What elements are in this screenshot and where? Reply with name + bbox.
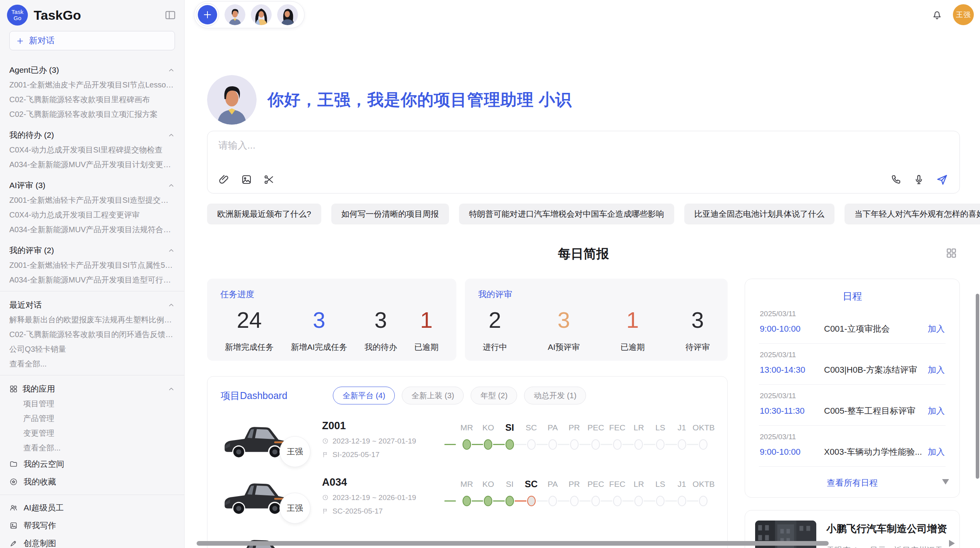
sidebar-nav-我的云空间[interactable]: 我的云空间 xyxy=(9,455,175,473)
star-icon xyxy=(9,478,18,486)
sidebar-item[interactable]: 变更管理 xyxy=(9,426,175,440)
paperclip-icon[interactable] xyxy=(218,174,230,185)
nav-label: 创意制图 xyxy=(24,538,56,548)
chat-input[interactable] xyxy=(218,139,949,161)
owner-badge: 王强 xyxy=(279,436,310,467)
vertical-scrollbar[interactable] xyxy=(976,294,979,479)
dashboard-header: 项目Dashboard 全新平台 (4)全新上装 (3)年型 (2)动总开发 (… xyxy=(221,387,714,404)
sidebar-collapse-button[interactable] xyxy=(164,9,176,21)
chevron-up-icon[interactable] xyxy=(168,132,175,139)
milestone-label: J1 xyxy=(671,421,693,434)
milestone-label: LR xyxy=(628,478,650,490)
sidebar-item[interactable]: C02-飞腾新能源轻客改款项目立项汇报方案 xyxy=(9,107,175,122)
sidebar-section-header[interactable]: 我的评审 (2) xyxy=(9,245,175,256)
sidebar-nav-创意制图[interactable]: 创意制图 xyxy=(9,534,175,548)
dashboard-tab[interactable]: 全新平台 (4) xyxy=(333,387,395,404)
avatar[interactable] xyxy=(277,4,298,25)
sidebar-item[interactable]: 产品管理 xyxy=(9,411,175,426)
scroll-right-arrow-icon[interactable] xyxy=(949,540,955,547)
scissors-icon[interactable] xyxy=(263,174,275,185)
add-conversation-button[interactable] xyxy=(196,3,219,26)
avatar[interactable] xyxy=(251,4,272,25)
sidebar-section-header[interactable]: 最近对话 xyxy=(9,299,175,311)
sidebar-item[interactable]: Z001-全新燃油轻卡产品开发项目SI节点属性5D文件评审 xyxy=(9,258,175,272)
chevron-up-icon[interactable] xyxy=(168,385,175,393)
milestone: SI xyxy=(499,478,521,514)
sidebar-item[interactable]: A034-全新新能源MUV产品开发项目造型可行性评审 xyxy=(9,272,175,287)
sidebar-item[interactable]: 查看全部... xyxy=(9,440,175,455)
milestone: KO xyxy=(478,421,499,457)
sidebar-section-header[interactable]: Agent已办 (3) xyxy=(9,64,175,76)
sidebar-item[interactable]: A034-全新新能源MUV产品开发项目法规符合性评审 xyxy=(9,222,175,237)
sidebar-item[interactable]: C02-飞腾新能源轻客改款项目的闭环通告反馈情况 xyxy=(9,327,175,342)
sidebar-item[interactable]: 项目管理 xyxy=(9,396,175,411)
sidebar-nav-我的收藏[interactable]: 我的收藏 xyxy=(9,473,175,491)
scroll-down-arrow-icon[interactable] xyxy=(942,479,949,485)
sidebar-section-header[interactable]: 我的应用 xyxy=(9,383,175,395)
image-icon[interactable] xyxy=(241,174,252,185)
send-icon[interactable] xyxy=(935,173,949,186)
sidebar-section-header[interactable]: AI评审 (3) xyxy=(9,180,175,191)
chevron-up-icon[interactable] xyxy=(168,67,175,74)
mic-icon[interactable] xyxy=(913,174,925,185)
sidebar-nav-帮我写作[interactable]: 帮我写作 xyxy=(9,517,175,534)
metric-label: 新增AI完成任务 xyxy=(291,342,347,353)
metric-value: 3 xyxy=(557,307,570,333)
project-row[interactable]: 王强 A034 2023-12-19 ~ 2026-01-19 SC-2025-… xyxy=(221,474,714,517)
join-link[interactable]: 加入 xyxy=(928,446,945,458)
nav-label: 我的云空间 xyxy=(24,459,64,469)
schedule-row: 9:00-10:00 X003-车辆动力学性能验... 加入 xyxy=(760,446,945,458)
avatar[interactable] xyxy=(224,4,245,25)
phone-icon[interactable] xyxy=(891,174,902,185)
chevron-up-icon[interactable] xyxy=(168,182,175,189)
schedule-time: 9:00-10:00 xyxy=(760,324,819,334)
milestone: LR xyxy=(628,478,650,514)
suggestion-chip[interactable]: 比亚迪全固态电池计划具体说了什么 xyxy=(684,204,834,224)
suggestion-chip[interactable]: 当下年轻人对汽车外观有怎样的喜好趋势 xyxy=(845,204,980,224)
sidebar-item[interactable]: 解释最新出台的欧盟报废车法规再生塑料比例被调至15%... xyxy=(9,312,175,327)
suggestion-chip[interactable]: 特朗普可能对进口汽车增税会对中国车企造成哪些影响 xyxy=(459,204,674,224)
view-all-schedule-link[interactable]: 查看所有日程 xyxy=(759,471,946,489)
sidebar-item[interactable]: 查看全部... xyxy=(9,356,175,371)
dashboard-tab[interactable]: 全新上装 (3) xyxy=(402,387,464,404)
new-chat-button[interactable]: 新对话 xyxy=(9,31,175,50)
milestone-label: MR xyxy=(456,421,478,434)
date-range: 2023-12-19 ~ 2026-01-19 xyxy=(332,493,416,502)
schedule-item: 2025/03/11 10:30-11:30 C005-整车工程目标评审 加入 xyxy=(759,385,946,426)
sidebar-item[interactable]: C02-飞腾新能源轻客改款项目里程碑画布 xyxy=(9,92,175,107)
main-content: 你好，王强，我是你的项目管理助理 小识 欧洲新规最近颁布了什么?如何写一份清晰的… xyxy=(185,29,980,548)
flag-icon xyxy=(322,451,329,458)
join-link[interactable]: 加入 xyxy=(928,364,945,376)
project-row[interactable]: 王强 Z001 2023-12-19 ~ 2027-01-19 SI-2025-… xyxy=(221,418,714,461)
milestone: MR xyxy=(456,478,478,514)
sidebar-section-header[interactable]: 我的待办 (2) xyxy=(9,129,175,141)
assistant-avatar xyxy=(207,75,257,125)
sidebar-item[interactable]: C0X4-动力总成开发项目工程变更评审 xyxy=(9,207,175,222)
sidebar-nav-AI超级员工[interactable]: AI超级员工 xyxy=(9,499,175,517)
join-link[interactable]: 加入 xyxy=(928,405,945,417)
dashboard-tab[interactable]: 动总开发 (1) xyxy=(524,387,586,404)
user-avatar-badge[interactable]: 王强 xyxy=(953,4,974,25)
chevron-up-icon[interactable] xyxy=(168,247,175,254)
dashboard-tab[interactable]: 年型 (2) xyxy=(471,387,517,404)
suggestion-chip[interactable]: 欧洲新规最近颁布了什么? xyxy=(207,204,321,224)
milestone-label: LS xyxy=(649,421,671,434)
milestone: PR xyxy=(564,421,585,457)
schedule-title-text: C001-立项审批会 xyxy=(819,323,923,335)
sidebar-item[interactable]: C0X4-动力总成开发项目SI里程碑提交物检查 xyxy=(9,142,175,157)
metric: 24 新增完成任务 xyxy=(225,307,274,353)
milestone-label: KO xyxy=(478,478,499,490)
sidebar-item[interactable]: A034-全新新能源MUV产品开发项目计划变更表编写 xyxy=(9,157,175,172)
sidebar-item[interactable]: Z001-全新燃油轻卡产品开发项目SI造型提交物评审 xyxy=(9,193,175,207)
join-link[interactable]: 加入 xyxy=(928,323,945,335)
chevron-up-icon[interactable] xyxy=(168,301,175,309)
milestone-dot xyxy=(613,439,622,450)
sidebar-item[interactable]: Z001-全新燃油皮卡产品开发项目SI节点Lesson Learn报告 xyxy=(9,77,175,92)
bell-icon[interactable] xyxy=(931,9,943,21)
sidebar-item[interactable]: 公司Q3轻卡销量 xyxy=(9,342,175,356)
milestone-label: SC xyxy=(521,421,542,434)
suggestion-chip[interactable]: 如何写一份清晰的项目周报 xyxy=(331,204,449,224)
horizontal-scrollbar[interactable] xyxy=(197,541,829,546)
layout-grid-icon[interactable] xyxy=(945,247,958,259)
clock-icon xyxy=(322,438,329,444)
